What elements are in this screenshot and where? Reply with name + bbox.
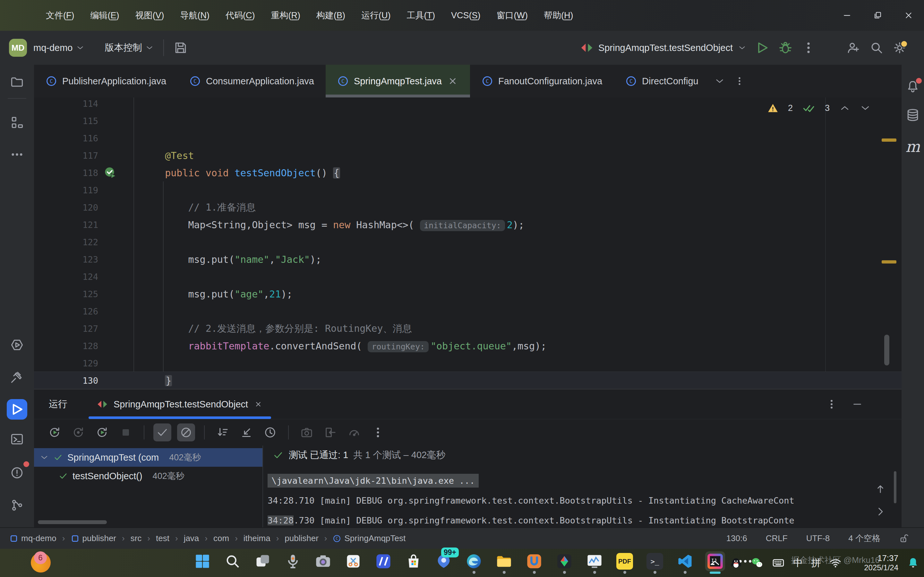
import-tests-button[interactable]	[321, 424, 339, 442]
line-number[interactable]: 115	[34, 116, 98, 126]
tray-clock[interactable]: 掘金技术社区 @Mrku16 17:37 2025/1/24	[850, 553, 898, 572]
line-number[interactable]: 114	[34, 99, 98, 109]
console-scrollbar[interactable]	[894, 471, 897, 503]
tab-options-icon[interactable]	[734, 76, 745, 86]
search-everywhere-button[interactable]	[869, 41, 884, 55]
hide-panel-button[interactable]	[851, 398, 863, 410]
maven-tool-button[interactable]: m	[904, 138, 921, 155]
vcs-widget[interactable]: 版本控制	[99, 41, 153, 54]
line-ending[interactable]: CRLF	[766, 533, 788, 543]
file-encoding[interactable]: UTF-8	[806, 533, 830, 543]
taskbar-monitor-app[interactable]	[585, 551, 604, 571]
taskbar-utools[interactable]	[524, 551, 544, 571]
menu-h[interactable]: 帮助(H)	[536, 10, 582, 21]
breadcrumb-test[interactable]: test	[156, 533, 170, 543]
breadcrumb-com[interactable]: com	[213, 533, 229, 543]
build-tool-button[interactable]	[7, 367, 27, 388]
ime-mode[interactable]: 拼	[811, 556, 821, 570]
debug-button[interactable]	[779, 41, 792, 55]
taskbar-vscode[interactable]	[675, 551, 695, 571]
rerun-button[interactable]	[69, 424, 87, 442]
test-tree-row-1[interactable]: testSendObject()402毫秒	[34, 467, 262, 485]
menu-n[interactable]: 导航(N)	[172, 10, 218, 21]
taskbar-camera-app[interactable]	[313, 551, 333, 571]
tray-expand-icon[interactable]	[708, 556, 721, 569]
code-editor[interactable]: 114115116117 @Test118 public void testSe…	[34, 97, 901, 389]
taskbar-xterm[interactable]	[554, 551, 574, 571]
indent-setting[interactable]: 4 个空格	[848, 533, 880, 544]
caret-position[interactable]: 130:6	[726, 533, 747, 543]
terminal-tool-button[interactable]	[7, 429, 27, 450]
more-tool-windows-button[interactable]	[7, 144, 27, 165]
settings-button[interactable]	[893, 41, 907, 55]
menu-c[interactable]: 代码(C)	[218, 10, 263, 21]
taskbar-file-explorer[interactable]	[494, 551, 514, 571]
taskbar-edge[interactable]	[464, 551, 484, 571]
test-history-button[interactable]	[261, 424, 279, 442]
line-number[interactable]: 122	[34, 237, 98, 247]
breadcrumb-java[interactable]: java	[184, 533, 199, 543]
line-number[interactable]: 121	[34, 220, 98, 230]
minimize-button[interactable]	[832, 0, 863, 31]
test-tree-row-0[interactable]: SpringAmqpTest (com402毫秒	[34, 448, 262, 467]
coverage-button[interactable]	[345, 424, 363, 442]
taskbar-chat[interactable]: 99+	[434, 551, 454, 571]
project-tool-button[interactable]	[7, 72, 27, 92]
ime-language[interactable]: 中	[793, 556, 803, 570]
taskbar-voice[interactable]	[283, 551, 303, 571]
run-more-options-button[interactable]	[369, 424, 387, 442]
close-icon[interactable]	[447, 75, 459, 87]
wifi-icon[interactable]	[829, 556, 842, 569]
navigate-to-last-button[interactable]	[237, 424, 255, 442]
scroll-right-icon[interactable]	[875, 506, 886, 517]
run-configuration-selector[interactable]: SpringAmqpTest.testSendObject	[580, 41, 746, 54]
line-number[interactable]: 126	[34, 306, 98, 316]
line-number[interactable]: 120	[34, 203, 98, 213]
rerun-failed-tests-button[interactable]	[93, 424, 111, 442]
save-all-button[interactable]	[174, 41, 188, 55]
breadcrumb-springamqptest[interactable]: CSpringAmqpTest	[333, 533, 405, 543]
line-number[interactable]: 117	[34, 151, 98, 161]
restore-button[interactable]	[863, 0, 893, 31]
run-button[interactable]	[755, 41, 769, 55]
project-avatar[interactable]: MD	[9, 39, 27, 57]
line-number[interactable]: 127	[34, 324, 98, 334]
structure-tool-button[interactable]	[7, 112, 27, 133]
qq-icon[interactable]	[730, 556, 742, 569]
run-tool-button[interactable]	[7, 399, 27, 420]
editor-tab-directconfigu[interactable]: CDirectConfigu	[614, 65, 710, 97]
git-tool-button[interactable]	[7, 495, 27, 516]
database-tool-button[interactable]	[904, 106, 921, 124]
menu-e[interactable]: 编辑(E)	[82, 10, 128, 21]
line-number[interactable]: 123	[34, 255, 98, 264]
menu-t[interactable]: 工具(T)	[399, 10, 443, 21]
sort-tests-button[interactable]	[214, 424, 232, 442]
menu-v[interactable]: 视图(V)	[128, 10, 172, 21]
taskbar-dev-app[interactable]	[373, 551, 393, 571]
tab-list-dropdown-icon[interactable]	[714, 76, 725, 86]
line-number[interactable]: 116	[34, 133, 98, 143]
rerun-tests-button[interactable]	[45, 424, 63, 442]
scroll-up-icon[interactable]	[875, 484, 886, 495]
line-number[interactable]: 124	[34, 272, 98, 282]
ignore-toggle[interactable]	[177, 424, 195, 442]
editor-scrollbar[interactable]	[884, 335, 889, 366]
error-stripe-mark[interactable]	[882, 260, 897, 263]
line-number[interactable]: 128	[34, 341, 98, 351]
taskbar-ms-store[interactable]	[404, 551, 423, 571]
close-icon[interactable]	[254, 400, 263, 409]
inspection-widget[interactable]: 2 3	[767, 103, 871, 113]
taskbar-pdf-app[interactable]: PDF	[615, 551, 635, 571]
notification-center-icon[interactable]	[907, 556, 919, 569]
breadcrumb-mq-demo[interactable]: mq-demo	[10, 533, 57, 543]
notifications-button[interactable]	[904, 77, 921, 95]
options-menu-button[interactable]	[826, 398, 837, 410]
close-button[interactable]	[893, 0, 924, 31]
breadcrumb-src[interactable]: src	[131, 533, 142, 543]
menu-f[interactable]: 文件(F)	[38, 10, 82, 21]
taskbar-snipping-tool[interactable]	[343, 551, 363, 571]
breadcrumb-publisher[interactable]: publisher	[71, 533, 116, 543]
editor-tab-publisherapplication-java[interactable]: CPublisherApplication.java	[34, 65, 178, 97]
stop-button[interactable]	[117, 424, 135, 442]
line-number[interactable]: 125	[34, 289, 98, 299]
